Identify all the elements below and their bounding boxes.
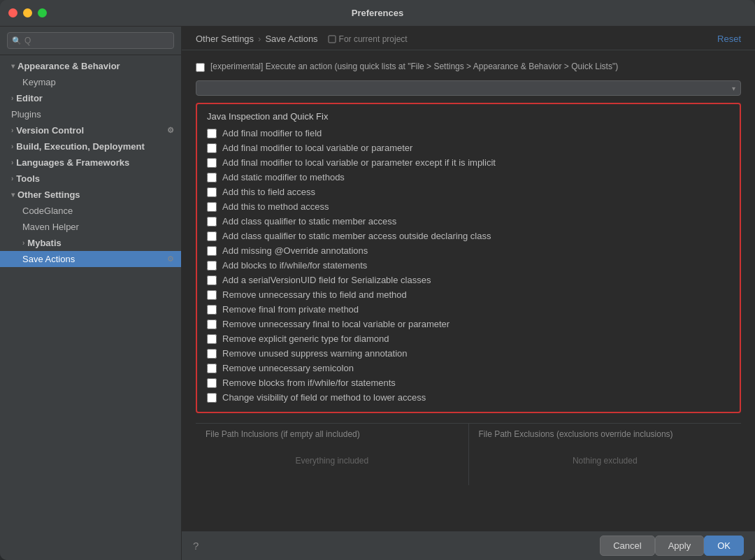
experimental-checkbox[interactable] xyxy=(196,63,205,72)
sidebar: 🔍 ▾ Appearance & Behavior Keymap › Edito… xyxy=(0,27,182,560)
checkbox-add-final-local[interactable] xyxy=(207,143,217,153)
cancel-button[interactable]: Cancel xyxy=(600,536,654,556)
list-item: Add this to field access xyxy=(207,185,730,199)
checkbox-remove-generic[interactable] xyxy=(207,334,217,344)
settings-icon: ⚙ xyxy=(167,126,174,135)
project-icon xyxy=(328,35,336,43)
reset-button[interactable]: Reset xyxy=(717,34,741,44)
action-dropdown[interactable] xyxy=(196,80,741,96)
expand-arrow-icon: › xyxy=(22,239,24,247)
checkbox-add-class-qualifier-outside[interactable] xyxy=(207,231,217,241)
list-item: Add final modifier to field xyxy=(207,126,730,141)
dropdown-row: ▾ xyxy=(196,80,741,96)
search-input[interactable] xyxy=(7,32,174,49)
sidebar-item-label: Languages & Frameworks xyxy=(16,157,129,168)
checkbox-change-visibility[interactable] xyxy=(207,393,217,403)
list-item: Remove unnecessary this to field and met… xyxy=(207,287,730,302)
sidebar-item-keymap[interactable]: Keymap xyxy=(0,74,181,90)
maximize-button[interactable] xyxy=(38,8,47,17)
checkbox-add-final-local-except[interactable] xyxy=(207,158,217,168)
sidebar-item-save-actions[interactable]: Save Actions ⚙ xyxy=(0,251,181,267)
checkbox-add-class-qualifier[interactable] xyxy=(207,217,217,227)
titlebar: Preferences xyxy=(0,0,755,27)
option-label: Add a serialVersionUID field for Seriali… xyxy=(222,275,431,285)
sidebar-item-maven-helper[interactable]: Maven Helper xyxy=(0,219,181,235)
apply-button[interactable]: Apply xyxy=(655,536,705,556)
checkbox-add-blocks[interactable] xyxy=(207,261,217,271)
list-item: Remove final from private method xyxy=(207,302,730,317)
checkbox-add-this-method[interactable] xyxy=(207,202,217,212)
sidebar-item-label: Build, Execution, Deployment xyxy=(16,141,144,152)
expand-arrow-icon: › xyxy=(11,175,13,182)
sidebar-item-tools[interactable]: › Tools xyxy=(0,171,181,187)
breadcrumb-project: For current project xyxy=(328,34,408,44)
bottom-bar: ? Cancel Apply OK xyxy=(182,531,755,560)
sidebar-item-codeglance[interactable]: CodeGlance xyxy=(0,203,181,219)
breadcrumb-separator: › xyxy=(258,34,261,44)
main-panel: Other Settings › Save Actions For curren… xyxy=(182,27,755,560)
option-label: Add missing @Override annotations xyxy=(222,245,368,256)
list-item: Add a serialVersionUID field for Seriali… xyxy=(207,273,730,287)
sidebar-nav: ▾ Appearance & Behavior Keymap › Editor … xyxy=(0,55,181,560)
list-item: Add static modifier to methods xyxy=(207,170,730,185)
expand-arrow-icon: › xyxy=(11,159,13,166)
file-path-inclusions-col: File Path Inclusions (if empty all inclu… xyxy=(196,424,469,485)
option-label: Add this to method access xyxy=(222,201,329,212)
option-label: Add blocks to if/while/for statements xyxy=(222,260,367,271)
minimize-button[interactable] xyxy=(23,8,32,17)
sidebar-item-version-control[interactable]: › Version Control ⚙ xyxy=(0,122,181,138)
search-bar: 🔍 xyxy=(0,27,181,55)
search-icon: 🔍 xyxy=(12,36,22,45)
preferences-window: Preferences 🔍 ▾ Appearance & Behavior Ke… xyxy=(0,0,755,560)
checkbox-remove-this[interactable] xyxy=(207,290,217,300)
checkbox-add-this-field[interactable] xyxy=(207,187,217,197)
checkbox-add-final-field[interactable] xyxy=(207,129,217,138)
window-controls xyxy=(8,8,47,17)
sidebar-item-label: Other Settings xyxy=(17,189,80,200)
sidebar-item-label: Appearance & Behavior xyxy=(17,61,120,71)
option-label: Add this to field access xyxy=(222,187,315,197)
sidebar-item-label: Mybatis xyxy=(27,238,61,248)
checkbox-remove-blocks[interactable] xyxy=(207,378,217,388)
sidebar-item-label: Plugins xyxy=(11,109,41,120)
option-label: Add final modifier to local variable or … xyxy=(222,157,496,168)
option-label: Add final modifier to field xyxy=(222,128,322,138)
option-label: Remove blocks from if/while/for statemen… xyxy=(222,378,396,388)
checkbox-remove-final-local[interactable] xyxy=(207,320,217,329)
checkbox-remove-semicolon[interactable] xyxy=(207,364,217,373)
option-label: Add class qualifier to static member acc… xyxy=(222,231,491,241)
help-button[interactable]: ? xyxy=(193,540,199,552)
list-item: Remove unnecessary final to local variab… xyxy=(207,317,730,331)
sidebar-item-mybatis[interactable]: › Mybatis xyxy=(0,235,181,251)
sidebar-item-editor[interactable]: › Editor xyxy=(0,90,181,106)
sidebar-item-build[interactable]: › Build, Execution, Deployment xyxy=(0,138,181,155)
sidebar-item-label: Editor xyxy=(16,93,43,103)
list-item: Add final modifier to local variable or … xyxy=(207,155,730,170)
list-item: Add class qualifier to static member acc… xyxy=(207,229,730,243)
checkbox-add-static-methods[interactable] xyxy=(207,173,217,182)
close-button[interactable] xyxy=(8,8,17,17)
panel-body: [experimental] Execute an action (using … xyxy=(182,50,755,531)
expand-arrow-icon: ▾ xyxy=(11,62,15,70)
search-wrap: 🔍 xyxy=(7,32,174,49)
sidebar-item-other-settings[interactable]: ▾ Other Settings xyxy=(0,187,181,203)
sidebar-item-languages[interactable]: › Languages & Frameworks xyxy=(0,155,181,171)
option-label: Remove unused suppress warning annotatio… xyxy=(222,348,408,359)
ok-button[interactable]: OK xyxy=(704,536,744,556)
option-label: Remove unnecessary semicolon xyxy=(222,363,354,373)
option-label: Remove final from private method xyxy=(222,304,359,315)
sidebar-item-label: Keymap xyxy=(22,77,56,87)
checkbox-remove-suppress[interactable] xyxy=(207,349,217,359)
expand-arrow-icon: › xyxy=(11,143,13,150)
list-item: Change visibility of field or method to … xyxy=(207,390,730,405)
checkbox-add-override[interactable] xyxy=(207,246,217,256)
checkbox-add-serial[interactable] xyxy=(207,275,217,285)
option-label: Add final modifier to local variable or … xyxy=(222,143,412,153)
option-label: Remove unnecessary this to field and met… xyxy=(222,289,407,300)
sidebar-item-appearance[interactable]: ▾ Appearance & Behavior xyxy=(0,58,181,74)
list-item: Add this to method access xyxy=(207,199,730,214)
option-label: Add class qualifier to static member acc… xyxy=(222,216,396,227)
checkbox-remove-final-private[interactable] xyxy=(207,305,217,315)
settings-icon: ⚙ xyxy=(167,254,174,264)
sidebar-item-plugins[interactable]: Plugins xyxy=(0,106,181,122)
